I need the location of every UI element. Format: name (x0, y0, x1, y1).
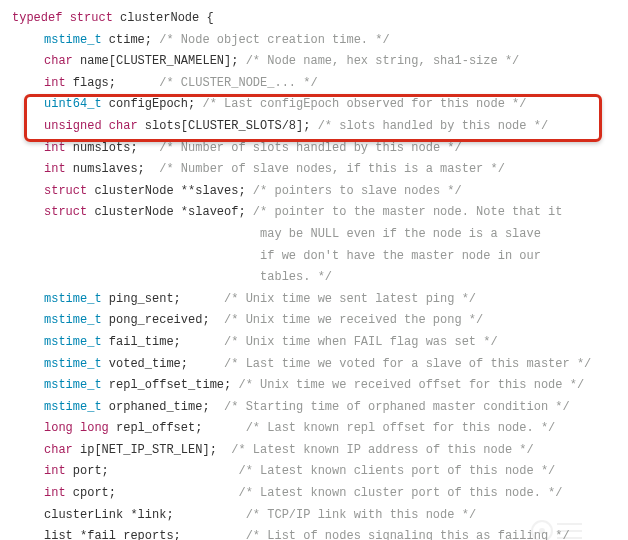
code-line: mstime_t voted_time; /* Last time we vot… (12, 354, 616, 376)
code-line: mstime_t ping_sent; /* Unix time we sent… (12, 289, 616, 311)
code-line: mstime_t pong_received; /* Unix time we … (12, 310, 616, 332)
comment-continuation: tables. */ (12, 267, 616, 289)
code-line: long long repl_offset; /* Last known rep… (12, 418, 616, 440)
struct-open: typedef struct clusterNode { (12, 8, 616, 30)
comment-continuation: may be NULL even if the node is a slave (12, 224, 616, 246)
code-line: int cport; /* Latest known cluster port … (12, 483, 616, 505)
comment-continuation: if we don't have the master node in our (12, 246, 616, 268)
code-line: mstime_t repl_offset_time; /* Unix time … (12, 375, 616, 397)
keyword-struct: struct (70, 11, 113, 25)
code-line: int numslots; /* Number of slots handled… (12, 138, 616, 160)
code-line: int flags; /* CLUSTER_NODE_... */ (12, 73, 616, 95)
struct-name: clusterNode { (120, 11, 214, 25)
code-line: mstime_t orphaned_time; /* Starting time… (12, 397, 616, 419)
code-line: mstime_t ctime; /* Node object creation … (12, 30, 616, 52)
code-line: clusterLink *link; /* TCP/IP link with t… (12, 505, 616, 527)
code-line: mstime_t fail_time; /* Unix time when FA… (12, 332, 616, 354)
code-line: uint64_t configEpoch; /* Last configEpoc… (12, 94, 616, 116)
code-line: char name[CLUSTER_NAMELEN]; /* Node name… (12, 51, 616, 73)
code-line: char ip[NET_IP_STR_LEN]; /* Latest known… (12, 440, 616, 462)
code-line: struct clusterNode *slaveof; /* pointer … (12, 202, 616, 224)
keyword-typedef: typedef (12, 11, 62, 25)
code-line: list *fail_reports; /* List of nodes sig… (12, 526, 616, 540)
code-line: int numslaves; /* Number of slave nodes,… (12, 159, 616, 181)
code-line: struct clusterNode **slaves; /* pointers… (12, 181, 616, 203)
code-line: int port; /* Latest known clients port o… (12, 461, 616, 483)
code-line: unsigned char slots[CLUSTER_SLOTS/8]; /*… (12, 116, 616, 138)
